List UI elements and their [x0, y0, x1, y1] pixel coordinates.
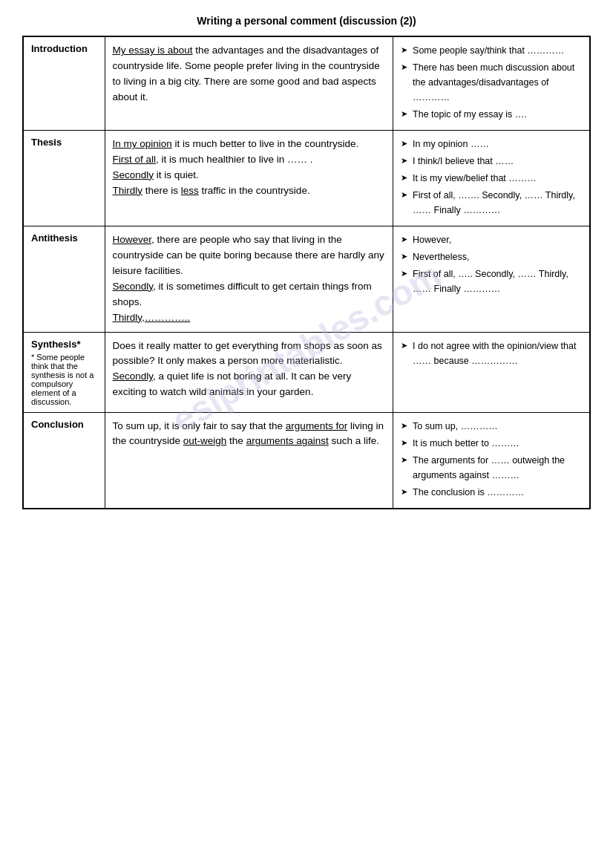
- section-label-synthesis: Synthesis** Some people think that the s…: [23, 332, 105, 412]
- main-text-conclusion: To sum up, it is only fair to say that t…: [105, 412, 393, 509]
- phrase-item: The topic of my essay is ….: [401, 107, 582, 122]
- main-text-antithesis: However, there are people who say that l…: [105, 226, 393, 333]
- phrases-col-antithesis: However,Nevertheless,First of all, ….. S…: [393, 226, 590, 333]
- label-text: Introduction: [31, 43, 88, 54]
- phrase-item: It is my view/belief that ………: [401, 171, 582, 186]
- phrases-col-introduction: Some people say/think that …………There has…: [393, 36, 590, 131]
- main-text-introduction: My essay is about the advantages and the…: [105, 36, 393, 131]
- page-title: Writing a personal comment (discussion (…: [22, 15, 591, 27]
- phrase-item: Some people say/think that …………: [401, 43, 582, 58]
- label-text: Synthesis*: [31, 339, 80, 350]
- phrase-item: I think/I believe that ……: [401, 154, 582, 169]
- section-label-introduction: Introduction: [23, 36, 105, 131]
- phrase-item: I do not agree with the opinion/view tha…: [401, 339, 582, 368]
- phrases-col-conclusion: To sum up, …………It is much better to ………T…: [393, 412, 590, 509]
- phrases-col-thesis: In my opinion ……I think/I believe that ……: [393, 131, 590, 226]
- section-label-antithesis: Antithesis: [23, 226, 105, 333]
- phrase-item: However,: [401, 232, 582, 247]
- main-text-synthesis: Does it really matter to get everything …: [105, 332, 393, 412]
- label-text: Thesis: [31, 137, 62, 148]
- label-text: Conclusion: [31, 419, 84, 430]
- phrase-item: To sum up, …………: [401, 419, 582, 434]
- main-text-thesis: In my opinion it is much better to live …: [105, 131, 393, 226]
- phrase-item: In my opinion ……: [401, 137, 582, 151]
- phrase-item: Nevertheless,: [401, 249, 582, 264]
- phrase-item: There has been much discussion about the…: [401, 60, 582, 105]
- main-table: IntroductionMy essay is about the advant…: [22, 36, 591, 509]
- section-note: * Some people think that the synthesis i…: [31, 353, 97, 406]
- phrase-item: First of all, ……. Secondly, …… Thirdly, …: [401, 188, 582, 218]
- phrase-item: First of all, ….. Secondly, …… Thirdly, …: [401, 267, 582, 296]
- phrases-col-synthesis: I do not agree with the opinion/view tha…: [393, 332, 590, 412]
- section-label-thesis: Thesis: [23, 131, 105, 226]
- phrase-item: It is much better to ………: [401, 436, 582, 451]
- section-label-conclusion: Conclusion: [23, 412, 105, 509]
- label-text: Antithesis: [31, 232, 78, 244]
- phrase-item: The arguments for …… outweigh the argume…: [401, 453, 582, 483]
- phrase-item: The conclusion is …………: [401, 485, 582, 500]
